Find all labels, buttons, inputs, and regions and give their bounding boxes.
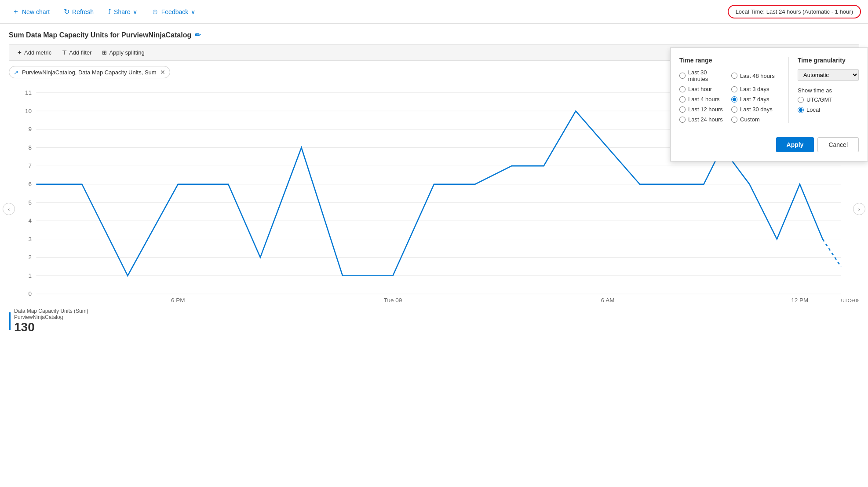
panel-main-row: Time range Last 30 minutes Last 48 hours… [679,57,859,123]
feedback-button[interactable]: ☺ Feedback ∨ [146,5,201,18]
share-icon: ⤴ [108,8,111,16]
metric-tag-close[interactable]: ✕ [160,69,165,76]
chart-legend: Data Map Capacity Units (Sum) PurviewNin… [9,308,859,334]
radio-last-7d[interactable]: Last 7 days [731,96,780,103]
add-metric-button[interactable]: ✦ Add metric [13,48,56,58]
plus-icon: ＋ [12,7,19,16]
svg-text:12 PM: 12 PM [791,297,808,303]
apply-splitting-button[interactable]: ⊞ Apply splitting [98,48,149,58]
feedback-label: Feedback [161,8,188,15]
chart-line-dashed [823,239,841,267]
chart-title: Sum Data Map Capacity Units for PurviewN… [9,31,859,39]
svg-text:6 AM: 6 AM [601,297,615,303]
time-range-col: Time range Last 30 minutes Last 48 hours… [679,57,780,123]
radio-last-24h[interactable]: Last 24 hours [679,116,728,123]
legend-sub-label: PurviewNinjaCatalog [14,314,88,320]
svg-text:9: 9 [28,126,32,132]
share-button[interactable]: ⤴ Share ∨ [102,5,142,18]
time-range-panel: Time range Last 30 minutes Last 48 hours… [670,48,868,161]
svg-text:6 PM: 6 PM [171,297,185,303]
filter-icon: ⊤ [62,49,67,56]
radio-last-30d[interactable]: Last 30 days [731,106,780,113]
time-range-button[interactable]: Local Time: Last 24 hours (Automatic - 1… [728,5,861,18]
svg-text:5: 5 [28,199,32,206]
metric-tag: ↗ PurviewNinjaCatalog, Data Map Capacity… [9,66,170,78]
share-chevron-icon: ∨ [133,8,137,15]
radio-local[interactable]: Local [798,106,859,113]
chart-nav-left-button[interactable]: ‹ [3,203,15,215]
refresh-label: Refresh [72,8,94,15]
share-label: Share [114,8,130,15]
new-chart-button[interactable]: ＋ New chart [7,4,55,19]
radio-last-12h[interactable]: Last 12 hours [679,106,728,113]
time-range-section-title: Time range [679,57,780,64]
legend-label: Data Map Capacity Units (Sum) [14,308,88,314]
apply-button[interactable]: Apply [776,137,814,152]
time-range-label: Local Time: Last 24 hours (Automatic - 1… [736,8,853,15]
svg-text:10: 10 [25,108,32,114]
x-axis-labels: 6 PM Tue 09 6 AM 12 PM UTC+05:30 [171,297,859,303]
radio-custom[interactable]: Custom [731,116,780,123]
legend-color-bar [9,312,11,330]
y-axis-labels: 0 1 2 3 4 5 6 7 8 9 10 11 [25,89,32,297]
radio-last-1h[interactable]: Last hour [679,86,728,92]
svg-text:UTC+05:30: UTC+05:30 [841,298,859,303]
svg-text:8: 8 [28,144,32,151]
metric-tag-icon: ↗ [14,69,18,76]
radio-last-3d[interactable]: Last 3 days [731,86,780,92]
granularity-select[interactable]: Automatic 1 minute 5 minutes 15 minutes … [798,69,859,81]
svg-text:3: 3 [28,236,32,242]
radio-last-48h[interactable]: Last 48 hours [731,69,780,82]
edit-icon[interactable]: ✏ [195,31,201,39]
main-content: Sum Data Map Capacity Units for PurviewN… [0,24,868,341]
radio-last-4h[interactable]: Last 4 hours [679,96,728,103]
feedback-chevron-icon: ∨ [191,8,195,15]
show-time-as-label: Show time as [798,87,859,94]
svg-text:Tue 09: Tue 09 [384,297,402,303]
granularity-title: Time granularity [798,57,859,64]
new-chart-label: New chart [22,8,50,15]
toolbar: ＋ New chart ↻ Refresh ⤴ Share ∨ ☺ Feedba… [0,0,868,24]
time-range-radio-grid: Last 30 minutes Last 48 hours Last hour … [679,69,780,123]
svg-text:1: 1 [28,272,32,279]
svg-text:7: 7 [28,162,32,169]
radio-utc[interactable]: UTC/GMT [798,96,859,103]
metric-tag-label: PurviewNinjaCatalog, Data Map Capacity U… [22,69,157,76]
legend-info: Data Map Capacity Units (Sum) PurviewNin… [14,308,88,334]
svg-text:0: 0 [28,290,32,297]
refresh-icon: ↻ [64,7,69,16]
svg-text:4: 4 [28,217,32,224]
panel-actions: Apply Cancel [679,137,859,152]
add-filter-button[interactable]: ⊤ Add filter [58,48,96,58]
refresh-button[interactable]: ↻ Refresh [58,5,99,18]
radio-last-30m[interactable]: Last 30 minutes [679,69,728,82]
svg-text:2: 2 [28,254,32,260]
svg-text:6: 6 [28,181,32,187]
panel-divider [679,130,859,130]
granularity-col: Time granularity Automatic 1 minute 5 mi… [788,57,859,123]
metric-plus-icon: ✦ [17,49,22,56]
feedback-icon: ☺ [151,8,158,16]
chart-nav-right-button[interactable]: › [853,203,865,215]
svg-text:11: 11 [25,89,32,96]
splitting-icon: ⊞ [102,49,107,56]
legend-value: 130 [14,320,88,334]
cancel-button[interactable]: Cancel [817,137,859,152]
